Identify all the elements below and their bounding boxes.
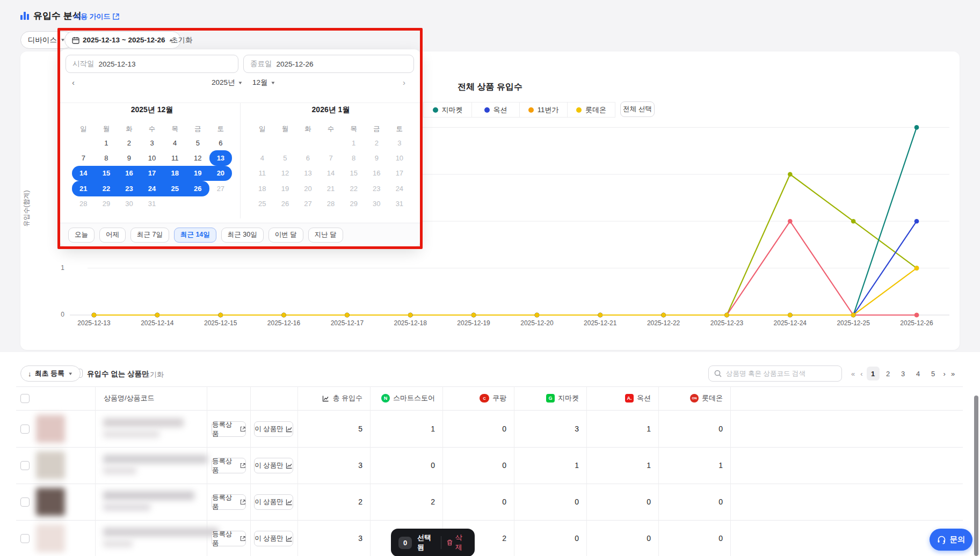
calendar-day[interactable]: 9 bbox=[118, 150, 141, 165]
row-checkbox[interactable] bbox=[20, 461, 30, 470]
sort-button[interactable]: ↓ 최초 등록 ▼ bbox=[20, 365, 81, 382]
legend-item-11번가[interactable]: 11번가 bbox=[519, 103, 567, 117]
calendar-day[interactable]: 8 bbox=[342, 150, 365, 165]
quick-range-오늘[interactable]: 오늘 bbox=[68, 228, 95, 243]
delete-selected-button[interactable]: 삭제 bbox=[447, 533, 467, 552]
calendar-day[interactable]: 29 bbox=[95, 196, 118, 211]
calendar-day[interactable]: 28 bbox=[320, 196, 343, 211]
calendar-day[interactable]: 31 bbox=[388, 196, 411, 211]
calendar-day[interactable]: 5 bbox=[274, 150, 297, 165]
product-search-input[interactable]: 상품명 혹은 상품코드 검색 bbox=[708, 365, 842, 382]
calendar-day[interactable]: 11 bbox=[163, 150, 186, 165]
calendar-day[interactable]: 9 bbox=[365, 150, 388, 165]
only-this-product-button[interactable]: 이 상품만 bbox=[254, 458, 293, 473]
calendar-day[interactable]: 2 bbox=[118, 135, 141, 150]
calendar-day[interactable]: 5 bbox=[186, 135, 209, 150]
calendar-day[interactable]: 19 bbox=[186, 166, 209, 181]
calendar-day[interactable]: 11 bbox=[251, 166, 274, 181]
calendar-day[interactable]: 22 bbox=[342, 181, 365, 196]
calendar-day[interactable]: 27 bbox=[209, 181, 233, 196]
date-range-button[interactable]: 2025-12-13 ~ 2025-12-26▲ bbox=[64, 31, 181, 49]
calendar-day[interactable]: 12 bbox=[274, 166, 297, 181]
calendar-day[interactable]: 7 bbox=[320, 150, 343, 165]
calendar-day[interactable]: 24 bbox=[388, 181, 411, 196]
calendar-day[interactable]: 6 bbox=[296, 150, 320, 165]
page-button-1[interactable]: 1 bbox=[867, 367, 880, 381]
page-button-2[interactable]: 2 bbox=[882, 367, 895, 381]
calendar-day[interactable]: 28 bbox=[72, 196, 95, 211]
guide-link[interactable]: 사용 가이드 bbox=[74, 12, 119, 21]
calendar-day[interactable]: 30 bbox=[365, 196, 388, 211]
calendar-day[interactable]: 24 bbox=[141, 181, 164, 196]
row-checkbox[interactable] bbox=[20, 425, 30, 434]
calendar-day[interactable]: 1 bbox=[342, 135, 365, 150]
calendar-day[interactable]: 20 bbox=[296, 181, 320, 196]
calendar-day[interactable]: 25 bbox=[251, 196, 274, 211]
calendar-day[interactable]: 27 bbox=[296, 196, 320, 211]
prev-page-button[interactable]: ‹ bbox=[859, 370, 864, 378]
calendar-day[interactable]: 17 bbox=[141, 166, 164, 181]
calendar-day[interactable]: 16 bbox=[365, 166, 388, 181]
calendar-day[interactable]: 22 bbox=[95, 181, 118, 196]
registered-product-button[interactable]: 등록상품 bbox=[212, 494, 246, 510]
legend-item-옥션[interactable]: 옥션 bbox=[471, 103, 519, 117]
calendar-day[interactable]: 26 bbox=[186, 181, 209, 196]
calendar-day[interactable]: 15 bbox=[342, 166, 365, 181]
calendar-day[interactable]: 15 bbox=[95, 166, 118, 181]
quick-range-이번 달[interactable]: 이번 달 bbox=[268, 228, 303, 243]
calendar-day[interactable]: 21 bbox=[72, 181, 95, 196]
calendar-day[interactable]: 3 bbox=[388, 135, 411, 150]
calendar-day[interactable]: 18 bbox=[163, 166, 186, 181]
table-reset-button[interactable]: 초기화 bbox=[143, 370, 164, 379]
first-page-button[interactable]: « bbox=[850, 370, 856, 378]
calendar-day[interactable]: 18 bbox=[251, 181, 274, 196]
calendar-day[interactable]: 23 bbox=[365, 181, 388, 196]
calendar-day[interactable]: 3 bbox=[141, 135, 164, 150]
calendar-day[interactable]: 2 bbox=[365, 135, 388, 150]
calendar-day[interactable]: 29 bbox=[342, 196, 365, 211]
calendar-day[interactable]: 4 bbox=[163, 135, 186, 150]
scrollbar[interactable] bbox=[974, 396, 978, 556]
calendar-day[interactable]: 13 bbox=[296, 166, 320, 181]
quick-range-최근 14일[interactable]: 최근 14일 bbox=[174, 228, 216, 243]
page-button-3[interactable]: 3 bbox=[897, 367, 910, 381]
only-this-product-button[interactable]: 이 상품만 bbox=[254, 531, 293, 546]
quick-range-최근 30일[interactable]: 최근 30일 bbox=[221, 228, 264, 243]
calendar-day[interactable]: 30 bbox=[118, 196, 141, 211]
end-date-input[interactable]: 종료일 2025-12-26 bbox=[243, 55, 414, 73]
last-page-button[interactable]: » bbox=[949, 370, 956, 378]
calendar-day[interactable]: 10 bbox=[388, 150, 411, 165]
calendar-day[interactable]: 6 bbox=[209, 135, 233, 150]
month-select[interactable]: 12월▼ bbox=[252, 78, 275, 87]
calendar-day[interactable]: 25 bbox=[163, 181, 186, 196]
calendar-day[interactable]: 26 bbox=[274, 196, 297, 211]
quick-range-지난 달[interactable]: 지난 달 bbox=[308, 228, 343, 243]
date-reset-button[interactable]: 초기화 bbox=[171, 35, 193, 45]
start-date-input[interactable]: 시작일 2025-12-13 bbox=[66, 55, 238, 73]
calendar-day[interactable]: 1 bbox=[95, 135, 118, 150]
registered-product-button[interactable]: 등록상품 bbox=[212, 421, 246, 437]
page-button-5[interactable]: 5 bbox=[927, 367, 940, 381]
calendar-day[interactable]: 16 bbox=[118, 166, 141, 181]
row-checkbox[interactable] bbox=[20, 534, 30, 543]
year-select[interactable]: 2025년▼ bbox=[212, 78, 243, 87]
quick-range-최근 7일[interactable]: 최근 7일 bbox=[130, 228, 169, 243]
prev-month-button[interactable]: ‹ bbox=[72, 78, 75, 87]
registered-product-button[interactable]: 등록상품 bbox=[212, 458, 246, 473]
calendar-day[interactable]: 4 bbox=[251, 150, 274, 165]
only-this-product-button[interactable]: 이 상품만 bbox=[254, 494, 293, 510]
chat-support-button[interactable]: 문의 bbox=[930, 529, 972, 551]
registered-product-button[interactable]: 등록상품 bbox=[212, 531, 246, 546]
row-checkbox[interactable] bbox=[20, 498, 30, 507]
calendar-day[interactable]: 10 bbox=[141, 150, 164, 165]
page-button-4[interactable]: 4 bbox=[912, 367, 925, 381]
calendar-day[interactable]: 20 bbox=[209, 166, 233, 181]
quick-range-어제[interactable]: 어제 bbox=[99, 228, 126, 243]
next-page-button[interactable]: › bbox=[942, 370, 947, 378]
select-all-checkbox[interactable] bbox=[20, 394, 30, 403]
calendar-day[interactable]: 19 bbox=[274, 181, 297, 196]
calendar-day[interactable]: 8 bbox=[95, 150, 118, 165]
legend-item-롯데온[interactable]: 롯데온 bbox=[567, 103, 615, 117]
calendar-day[interactable]: 17 bbox=[388, 166, 411, 181]
calendar-day[interactable]: 31 bbox=[141, 196, 164, 211]
